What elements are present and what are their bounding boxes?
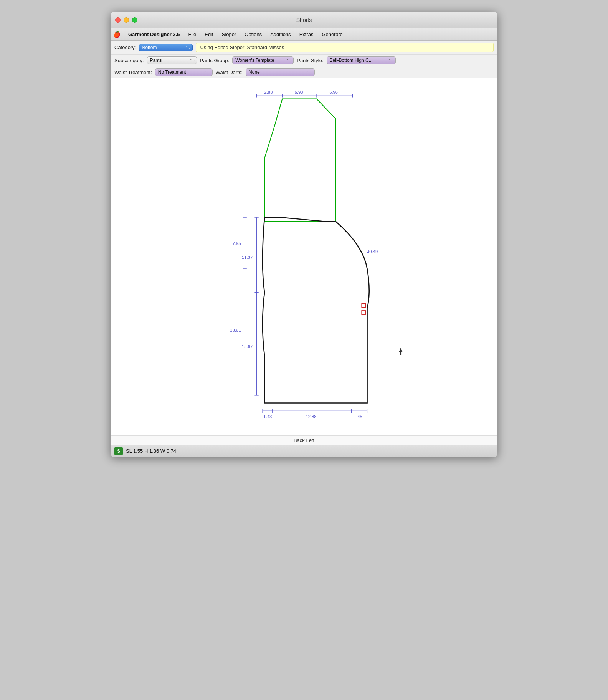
menu-additions[interactable]: Additions	[266, 30, 294, 38]
pants-group-select[interactable]: Women's Template	[232, 56, 294, 64]
pants-style-select-wrapper: Bell-Bottom High C...	[327, 56, 396, 64]
meas-top-left: 2.88	[264, 90, 273, 94]
menu-bar: 🍎 Garment Designer 2.5 File Edit Sloper …	[111, 28, 497, 41]
category-select-wrapper: Bottom	[139, 44, 193, 51]
status-icon: $	[114, 447, 123, 455]
cursor	[399, 348, 403, 355]
subcategory-select[interactable]: Pants	[147, 56, 197, 64]
pattern-canvas: 2.88 5.93 5.96 7.95 11.37 18.61	[111, 78, 497, 435]
menu-app[interactable]: Garment Designer 2.5	[124, 30, 183, 38]
status-text: SL 1.55 H 1.36 W 0.74	[126, 448, 176, 454]
waist-darts-label: Waist Darts:	[216, 70, 243, 75]
pants-group-label: Pants Group:	[200, 58, 230, 63]
meas-top-mid: 5.93	[295, 90, 303, 94]
category-label: Category:	[114, 45, 136, 50]
menu-edit[interactable]: Edit	[201, 30, 217, 38]
waist-darts-select-wrapper: None	[246, 68, 315, 76]
meas-bot-left: 1.43	[263, 414, 272, 419]
subcategory-select-wrapper: Pants	[147, 56, 197, 64]
window-title: Shorts	[296, 17, 312, 23]
meas-left-mid-bot: 18.61	[230, 328, 241, 333]
apple-menu[interactable]: 🍎	[113, 31, 121, 38]
menu-file[interactable]: File	[184, 30, 200, 38]
sloper-info: Using Edited Sloper: Standard Misses	[200, 45, 284, 50]
main-window: Shorts 🍎 Garment Designer 2.5 File Edit …	[111, 12, 497, 457]
meas-left-mid-top: 11.37	[242, 255, 253, 260]
waist-treatment-label: Waist Treatment:	[114, 70, 152, 75]
pants-style-label: Pants Style:	[297, 58, 323, 63]
waist-darts-select[interactable]: None	[246, 68, 315, 76]
green-piece	[264, 99, 335, 222]
controls-area: Category: Bottom Using Edited Sloper: St…	[111, 41, 497, 78]
part-label: Back Left	[111, 435, 497, 445]
pants-group-select-wrapper: Women's Template	[232, 56, 294, 64]
control-point-1[interactable]	[362, 303, 365, 307]
menu-sloper[interactable]: Sloper	[218, 30, 240, 38]
zoom-button[interactable]	[132, 17, 137, 23]
control-point-2[interactable]	[362, 311, 365, 314]
subcategory-label: Subcategory:	[114, 58, 144, 63]
title-bar: Shorts	[111, 12, 497, 28]
category-select[interactable]: Bottom	[139, 44, 193, 51]
menu-options[interactable]: Options	[241, 30, 266, 38]
minimize-button[interactable]	[124, 17, 129, 23]
meas-right-mid: J0.49	[367, 249, 378, 254]
waist-treatment-select-wrapper: No Treatment	[155, 68, 213, 76]
status-bar: $ SL 1.55 H 1.36 W 0.74	[111, 445, 497, 457]
pants-style-select[interactable]: Bell-Bottom High C...	[327, 56, 396, 64]
black-piece	[263, 217, 369, 403]
meas-bot-right: .45	[356, 414, 362, 419]
menu-generate[interactable]: Generate	[318, 30, 346, 38]
meas-left-lower: 15.67	[242, 344, 253, 349]
waist-treatment-select[interactable]: No Treatment	[155, 68, 213, 76]
close-button[interactable]	[115, 17, 121, 23]
menu-extras[interactable]: Extras	[296, 30, 317, 38]
meas-top-right: 5.96	[329, 90, 338, 94]
meas-bot-mid: 12.88	[306, 414, 316, 419]
meas-left-upper: 7.95	[232, 241, 241, 246]
canvas-area[interactable]: 2.88 5.93 5.96 7.95 11.37 18.61	[111, 78, 497, 435]
traffic-lights	[115, 17, 137, 23]
